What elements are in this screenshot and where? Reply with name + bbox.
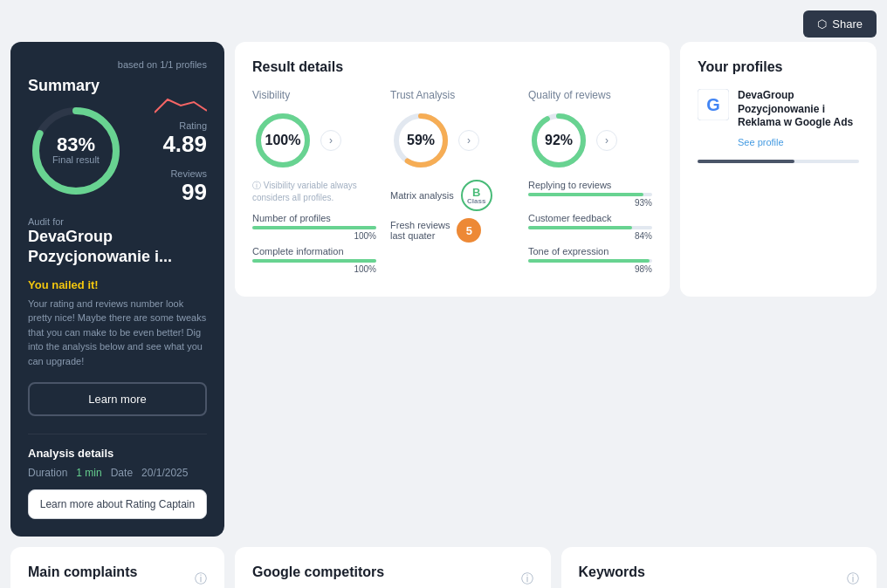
- visibility-chevron[interactable]: ›: [320, 130, 341, 151]
- tone-metric: Tone of expression 98%: [528, 246, 652, 274]
- trust-chevron[interactable]: ›: [458, 130, 479, 151]
- analysis-meta: Duration 1 min Date 20/1/2025: [28, 467, 207, 479]
- competitors-card: Google competitors ⓘ SEOSEM24 – Pozycjon…: [235, 547, 551, 588]
- replying-metric: Replying to reviews 93%: [528, 180, 652, 208]
- summary-title: Summary: [28, 77, 207, 95]
- audit-name: DevaGroup Pozycjonowanie i...: [28, 227, 207, 268]
- analysis-details: Analysis details Duration 1 min Date 20/…: [28, 434, 207, 519]
- keywords-title: Keywords: [579, 564, 645, 580]
- feedback-metric: Customer feedback 84%: [528, 213, 652, 241]
- profiles-scroll-thumb: [698, 160, 794, 163]
- result-details-title: Result details: [252, 59, 652, 75]
- share-button[interactable]: ⬡ Share: [803, 10, 877, 38]
- nailed-description: Your rating and reviews number look pret…: [28, 297, 207, 369]
- see-profile-link[interactable]: See profile: [738, 137, 784, 147]
- trust-donut: 59%: [390, 110, 451, 171]
- share-icon: ⬡: [817, 17, 827, 31]
- google-icon: G: [698, 89, 729, 120]
- profile-item: G DevaGroup Pozycjonowanie i Reklama w G…: [698, 89, 859, 149]
- competitors-title: Google competitors: [252, 564, 384, 580]
- final-score-circle: 83% Final result: [28, 103, 124, 199]
- rating-sparkline: [155, 95, 207, 117]
- keywords-card: Keywords ⓘ 👍 klienta przez cały o... 👍 j…: [561, 547, 877, 588]
- audit-label: Audit for: [28, 216, 207, 227]
- quality-chevron[interactable]: ›: [596, 130, 617, 151]
- learn-more-button[interactable]: Learn more: [28, 382, 207, 416]
- quality-donut: 92%: [528, 110, 589, 171]
- you-nailed-text: You nailed it!: [28, 278, 207, 291]
- quality-col: Quality of reviews 92% › Replying to rev…: [528, 89, 652, 279]
- complaints-title: Main complaints: [28, 564, 137, 580]
- profiles-scrollbar[interactable]: [698, 160, 859, 163]
- competitors-info-icon[interactable]: ⓘ: [521, 571, 533, 587]
- complete-info-metric: Complete information 100%: [252, 246, 376, 274]
- complaints-info-icon[interactable]: ⓘ: [195, 571, 207, 587]
- keywords-info-icon[interactable]: ⓘ: [847, 571, 859, 587]
- profiles-card: Your profiles G DevaGroup Pozycjonowanie…: [680, 42, 877, 297]
- svg-text:G: G: [706, 95, 720, 114]
- rc-learn-button[interactable]: Learn more about Rating Captain: [28, 489, 207, 519]
- number-of-profiles-metric: Number of profiles 100%: [252, 213, 376, 241]
- profiles-title: Your profiles: [698, 59, 859, 75]
- visibility-col: Visibility 100% › ⓘ Visibility variable …: [252, 89, 376, 279]
- matrix-analysis-row: Matrix analysis B Class: [390, 180, 514, 211]
- visibility-donut: 100%: [252, 110, 313, 171]
- result-details-card: Result details Visibility 100% › ⓘ: [235, 42, 670, 297]
- summary-card: based on 1/1 profiles Summary 83% Final …: [10, 42, 224, 537]
- trust-col: Trust Analysis 59% › Matrix analysis B: [390, 89, 514, 279]
- complaints-card: Main complaints ⓘ 🛍 Product 0% 🚚 Deliver…: [10, 547, 224, 588]
- based-on-text: based on 1/1 profiles: [28, 59, 207, 70]
- fresh-reviews-row: Fresh reviewslast quater 5: [390, 218, 514, 243]
